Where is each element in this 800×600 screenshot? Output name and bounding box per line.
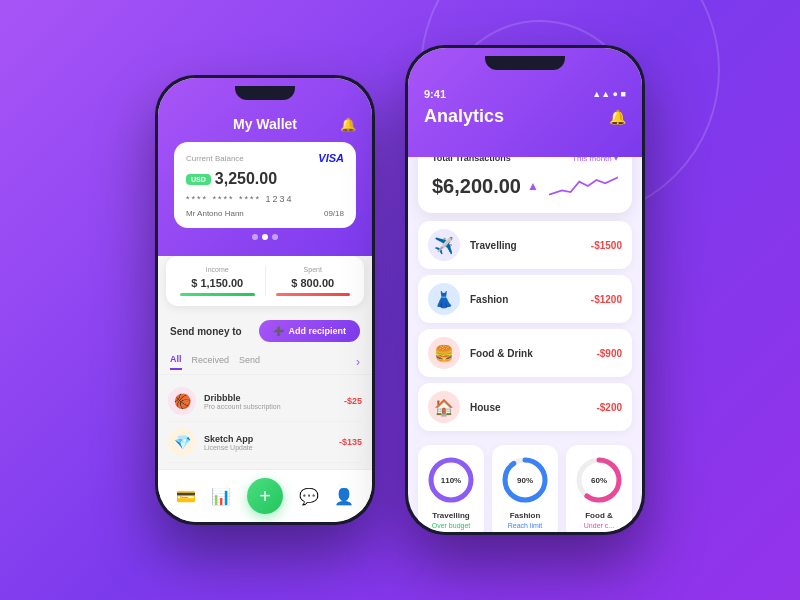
- donut-pct-travelling: 110%: [441, 476, 461, 485]
- stats-row: Income $ 1,150.00 Spent $ 800.00: [166, 256, 364, 306]
- transaction-list: 🏀 Dribbble Pro account subscription -$25…: [158, 375, 372, 469]
- nav-add-button[interactable]: +: [247, 478, 283, 514]
- phones-container: My Wallet 🔔 Current Balance VISA USD 3,2…: [155, 65, 645, 535]
- left-notch: [235, 86, 295, 100]
- donut-status-food: Under c...: [574, 522, 624, 529]
- dot-3: [272, 234, 278, 240]
- income-value: $ 1,150.00: [180, 277, 255, 289]
- spent-label: Spent: [276, 266, 351, 273]
- dot-2: [262, 234, 268, 240]
- spent-value: $ 800.00: [276, 277, 351, 289]
- donut-chart-fashion: 90%: [500, 455, 550, 505]
- list-item: 🍔 Food & Drink -$900: [418, 329, 632, 377]
- txn-name-dribbble: Dribbble: [204, 393, 336, 403]
- donut-status-travelling: Over budget: [426, 522, 476, 529]
- right-notch: [485, 56, 565, 70]
- cat-name-food: Food & Drink: [470, 348, 586, 359]
- card-label: Current Balance: [186, 154, 244, 163]
- nav-user-icon[interactable]: 👤: [334, 487, 354, 506]
- dribbble-icon: 🏀: [168, 387, 196, 415]
- donut-chart-travelling: 110%: [426, 455, 476, 505]
- sketch-icon: 💎: [168, 428, 196, 456]
- cat-name-house: House: [470, 402, 586, 413]
- donut-travelling: 110% Travelling Over budget: [418, 445, 484, 532]
- table-row: 💎 Sketch App License Update -$135: [168, 422, 362, 463]
- left-screen: My Wallet 🔔 Current Balance VISA USD 3,2…: [158, 78, 372, 522]
- tab-received[interactable]: Received: [192, 355, 230, 369]
- tab-send[interactable]: Send: [239, 355, 260, 369]
- cat-amount-fashion: -$1200: [591, 294, 622, 305]
- analytics-title: Analytics: [424, 106, 504, 127]
- donut-pct-fashion: 90%: [517, 476, 533, 485]
- currency-badge: USD: [186, 174, 211, 185]
- trend-up-icon: ▲: [527, 179, 539, 193]
- txn-amount-dribbble: -$25: [344, 396, 362, 406]
- donut-pct-food: 60%: [591, 476, 607, 485]
- food-icon: 🍔: [428, 337, 460, 369]
- donut-name-fashion: Fashion: [500, 511, 550, 520]
- sparkline-chart: [549, 171, 618, 201]
- transaction-tabs: All Received Send ›: [158, 350, 372, 375]
- list-item: 👗 Fashion -$1200: [418, 275, 632, 323]
- donut-name-travelling: Travelling: [426, 511, 476, 520]
- bottom-nav: 💳 📊 + 💬 👤: [158, 469, 372, 522]
- donut-charts-row: 110% Travelling Over budget 90% Fashion …: [408, 437, 642, 532]
- plus-icon: ➕: [273, 326, 284, 336]
- donut-chart-food: 60%: [574, 455, 624, 505]
- donut-fashion: 90% Fashion Reach limit: [492, 445, 558, 532]
- left-header: My Wallet 🔔 Current Balance VISA USD 3,2…: [158, 78, 372, 256]
- income-label: Income: [180, 266, 255, 273]
- card-number: **** **** **** 1234: [186, 194, 344, 204]
- add-recipient-button[interactable]: ➕ Add recipient: [259, 320, 360, 342]
- fashion-icon: 👗: [428, 283, 460, 315]
- balance-amount: 3,250.00: [215, 170, 277, 188]
- right-phone: 9:41 ▲▲ ● ■ Analytics 🔔 Total Transactio…: [405, 45, 645, 535]
- nav-wallet-icon[interactable]: 💳: [176, 487, 196, 506]
- travelling-icon: ✈️: [428, 229, 460, 261]
- income-bar: [180, 293, 255, 296]
- donut-status-fashion: Reach limit: [500, 522, 550, 529]
- cat-name-travelling: Travelling: [470, 240, 581, 251]
- total-amount-value: $6,200.00: [432, 175, 521, 198]
- spent-stat: Spent $ 800.00: [270, 266, 357, 296]
- card-expiry: 09/18: [324, 209, 344, 218]
- wallet-title: My Wallet: [233, 116, 297, 132]
- left-phone: My Wallet 🔔 Current Balance VISA USD 3,2…: [155, 75, 375, 525]
- list-item: 🏠 House -$200: [418, 383, 632, 431]
- nav-chart-icon[interactable]: 📊: [211, 487, 231, 506]
- income-stat: Income $ 1,150.00: [174, 266, 261, 296]
- txn-amount-sketch: -$135: [339, 437, 362, 447]
- table-row: 🏀 Dribbble Pro account subscription -$25: [168, 381, 362, 422]
- send-label: Send money to: [170, 326, 242, 337]
- cat-amount-house: -$200: [596, 402, 622, 413]
- status-icons: ▲▲ ● ■: [592, 89, 626, 99]
- donut-food: 60% Food & Under c...: [566, 445, 632, 532]
- send-money-row: Send money to ➕ Add recipient: [158, 312, 372, 350]
- txn-info-dribbble: Dribbble Pro account subscription: [204, 393, 336, 410]
- stat-divider: [265, 266, 266, 296]
- txn-sub-sketch: License Update: [204, 444, 331, 451]
- list-item: ✈️ Travelling -$1500: [418, 221, 632, 269]
- time-display: 9:41: [424, 88, 446, 100]
- balance-card: Current Balance VISA USD 3,250.00 **** *…: [174, 142, 356, 228]
- txn-name-sketch: Sketch App: [204, 434, 331, 444]
- right-screen: 9:41 ▲▲ ● ■ Analytics 🔔 Total Transactio…: [408, 48, 642, 532]
- cat-amount-travelling: -$1500: [591, 240, 622, 251]
- dot-1: [252, 234, 258, 240]
- nav-chat-icon[interactable]: 💬: [299, 487, 319, 506]
- card-indicators: [174, 234, 356, 240]
- tab-all[interactable]: All: [170, 354, 182, 370]
- txn-info-sketch: Sketch App License Update: [204, 434, 331, 451]
- visa-brand: VISA: [318, 152, 344, 164]
- house-icon: 🏠: [428, 391, 460, 423]
- txn-sub-dribbble: Pro account subscription: [204, 403, 336, 410]
- category-list: ✈️ Travelling -$1500 👗 Fashion -$1200 🍔 …: [408, 221, 642, 431]
- chevron-right-icon: ›: [356, 355, 360, 369]
- card-holder: Mr Antono Hann: [186, 209, 244, 218]
- bell-right-icon: 🔔: [609, 109, 626, 125]
- cat-name-fashion: Fashion: [470, 294, 581, 305]
- spent-bar: [276, 293, 351, 296]
- cat-amount-food: -$900: [596, 348, 622, 359]
- donut-name-food: Food &: [574, 511, 624, 520]
- bell-icon: 🔔: [340, 117, 356, 132]
